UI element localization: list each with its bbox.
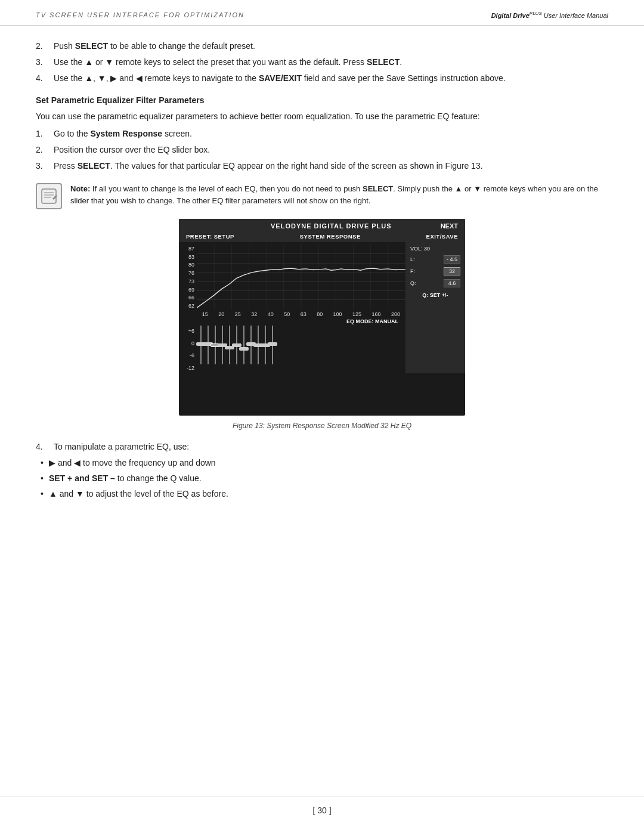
- svg-rect-0: [42, 189, 56, 203]
- note-icon: [36, 183, 62, 209]
- eq-L-row: L: - 4.5: [410, 255, 460, 264]
- eq-mode-label: EQ MODE: MANUAL: [346, 318, 398, 324]
- eq-Q-row: Q: 4.6: [410, 279, 460, 287]
- eq-Q-value: 4.6: [444, 279, 460, 287]
- eq-next-label: NEXT: [441, 222, 458, 230]
- eq-F-label: F:: [410, 268, 415, 274]
- eq-x-axis: 15 20 25 32 40 50 63 80 100 125 160 200: [179, 310, 405, 317]
- page: TV SCREEN USER INTERFACE FOR OPTIMIZATIO…: [0, 0, 644, 833]
- eq-second-bar: PRESET: SETUP SYSTEM RESPONSE EXIT/SAVE: [179, 232, 465, 242]
- eq-Q-label: Q:: [410, 280, 416, 286]
- eq-step-2: 2. Position the cursor over the EQ slide…: [36, 144, 608, 156]
- eq-preset-label: PRESET: SETUP: [186, 233, 234, 240]
- eq-chart-area: 87 83 80 76 73 69 66 62: [179, 242, 405, 310]
- bullet-arrow-freq: ▶ and ◀ to move the frequency up and dow…: [36, 457, 608, 469]
- eq-F-row: F: 32: [410, 267, 460, 275]
- page-footer: [ 30 ]: [0, 797, 644, 815]
- eq-screen: VELODYNE DIGITAL DRIVE PLUS NEXT PRESET:…: [179, 219, 465, 416]
- eq-L-value: - 4.5: [444, 255, 460, 264]
- slider-80hz[interactable]: [250, 326, 252, 373]
- eq-exit-label: EXIT/SAVE: [426, 233, 458, 240]
- brand-suffix: User Interface Manual: [542, 12, 608, 19]
- eq-step-3: 3. Press SELECT. The values for that par…: [36, 160, 608, 172]
- step-2: 2. Push SELECT to be able to change the …: [36, 40, 608, 52]
- slider-100hz[interactable]: [258, 326, 259, 373]
- eq-screen-container: VELODYNE DIGITAL DRIVE PLUS NEXT PRESET:…: [36, 219, 608, 416]
- header-left-title: TV SCREEN USER INTERFACE FOR OPTIMIZATIO…: [36, 11, 244, 18]
- figure-caption: Figure 13: System Response Screen Modifi…: [36, 422, 608, 430]
- eq-vol-label: VOL: 30: [410, 246, 430, 252]
- eq-sliders-main: [197, 326, 405, 373]
- note-box: Note: If all you want to change is the l…: [36, 183, 608, 209]
- eq-top-bar: VELODYNE DIGITAL DRIVE PLUS NEXT: [179, 219, 465, 232]
- eq-screen-title: VELODYNE DIGITAL DRIVE PLUS: [222, 222, 441, 230]
- bullet-set-q: SET + and SET – to change the Q value.: [36, 472, 608, 485]
- intro-text: You can use the parametric equalizer par…: [36, 110, 608, 123]
- main-content: 2. Push SELECT to be able to change the …: [0, 40, 644, 500]
- eq-step-1: 1. Go to the System Response screen.: [36, 128, 608, 140]
- note-text: Note: If all you want to change is the l…: [70, 183, 608, 207]
- header-right-title: Digital DrivePLUS User Interface Manual: [491, 11, 608, 19]
- slider-160hz[interactable]: [272, 326, 273, 373]
- slider-20hz[interactable]: [208, 326, 209, 373]
- page-header: TV SCREEN USER INTERFACE FOR OPTIMIZATIO…: [0, 0, 644, 26]
- step-4-nav: 4. Use the ▲, ▼, ▶ and ◀ remote keys to …: [36, 72, 608, 85]
- eq-L-label: L:: [410, 256, 415, 262]
- slider-25hz[interactable]: [215, 326, 216, 373]
- eq-y-axis: 87 83 80 76 73 69 66 62: [179, 244, 197, 310]
- page-number: [ 30 ]: [312, 806, 331, 815]
- slider-40hz[interactable]: [229, 326, 230, 373]
- slider-50hz[interactable]: [236, 326, 237, 373]
- eq-right-panel: VOL: 30 L: - 4.5 F: 32 Q: 4.6: [405, 242, 465, 373]
- eq-F-value: 32: [444, 267, 460, 275]
- step-4-manipulate: 4. To manipulate a parametric EQ, use:: [36, 441, 608, 453]
- slider-125hz[interactable]: [265, 326, 266, 373]
- eq-vol-row: VOL: 30: [410, 246, 460, 252]
- response-curve-svg: [197, 244, 405, 310]
- eq-response-chart: [197, 244, 405, 310]
- eq-slider-y-labels: +6 0 -6 -12: [179, 326, 197, 373]
- eq-q-set-label: Q: SET +/-: [410, 292, 460, 298]
- eq-sliders-section: +6 0 -6 -12: [179, 326, 405, 373]
- step-3: 3. Use the ▲ or ▼ remote keys to select …: [36, 56, 608, 69]
- brand-sup: PLUS: [530, 11, 542, 16]
- slider-15hz[interactable]: [200, 326, 202, 373]
- bullet-up-down-level: ▲ and ▼ to adjust the level of the EQ as…: [36, 488, 608, 500]
- slider-63hz[interactable]: [243, 326, 244, 373]
- eq-mode-bar: EQ MODE: MANUAL: [179, 317, 405, 326]
- brand-name: Digital Drive: [491, 12, 530, 19]
- section-heading: Set Parametric Equalizer Filter Paramete…: [36, 95, 608, 105]
- slider-32hz[interactable]: [222, 326, 223, 373]
- eq-system-label: SYSTEM RESPONSE: [300, 233, 361, 240]
